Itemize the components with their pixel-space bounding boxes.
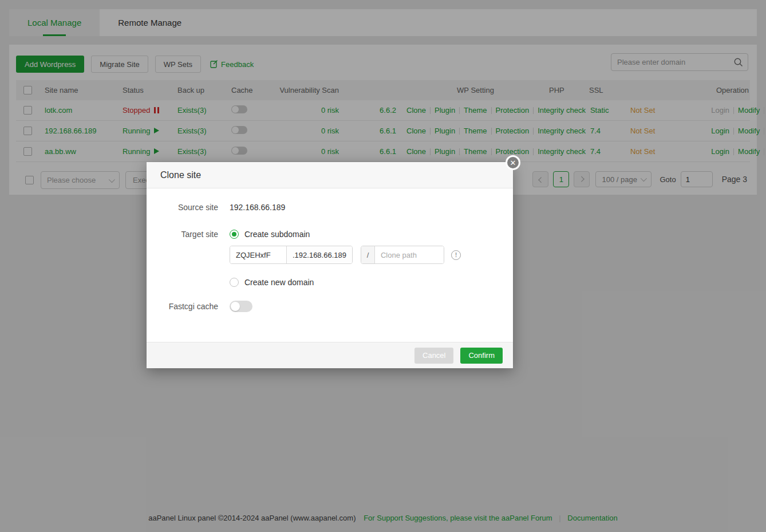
info-icon[interactable]: ! — [451, 250, 461, 260]
modal-footer: Cancel Confirm — [147, 342, 513, 368]
modal-title: Clone site — [160, 170, 201, 180]
close-icon[interactable]: ✕ — [506, 155, 520, 170]
modal-header: Clone site — [147, 162, 513, 188]
clone-path-input[interactable] — [375, 246, 444, 263]
create-new-domain-label: Create new domain — [244, 278, 314, 287]
create-subdomain-radio[interactable] — [230, 230, 239, 239]
source-site-label: Source site — [147, 203, 218, 212]
path-slash-prefix: / — [361, 246, 375, 263]
source-site-value: 192.168.66.189 — [230, 203, 285, 212]
subdomain-input[interactable] — [230, 246, 287, 263]
modal-body: Source site 192.168.66.189 Target site C… — [147, 188, 513, 342]
target-site-label: Target site — [147, 230, 218, 239]
create-subdomain-label: Create subdomain — [244, 230, 310, 239]
fastcgi-cache-label: Fastcgi cache — [147, 302, 218, 311]
cancel-button[interactable]: Cancel — [414, 348, 453, 364]
confirm-button[interactable]: Confirm — [460, 348, 503, 364]
subdomain-input-group: .192.168.66.189 — [230, 246, 353, 264]
clone-path-input-group: / — [361, 246, 444, 264]
domain-suffix: .192.168.66.189 — [287, 246, 352, 263]
clone-site-modal: ✕ Clone site Source site 192.168.66.189 … — [147, 162, 513, 368]
fastcgi-cache-toggle[interactable] — [230, 301, 252, 312]
create-new-domain-radio[interactable] — [230, 278, 239, 287]
